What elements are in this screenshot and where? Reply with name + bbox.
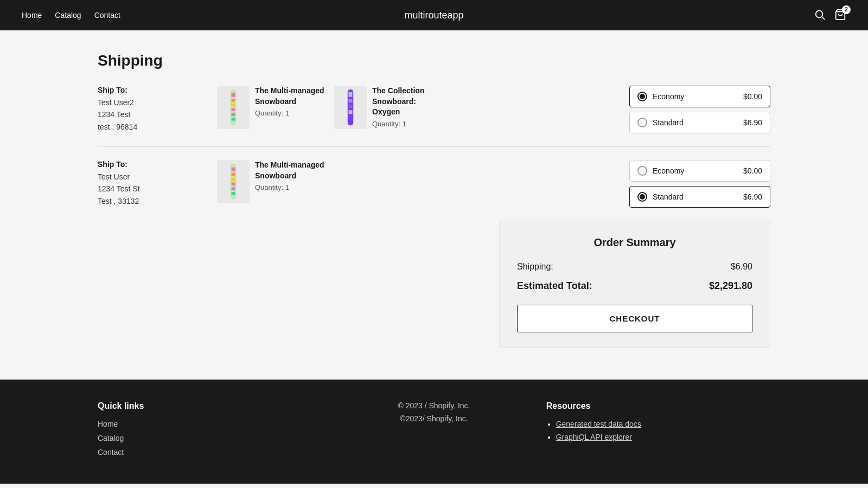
page-title: Shipping [98, 52, 770, 69]
radio-economy-1 [637, 92, 647, 101]
ship-to-address-1: Ship To: Test User2 1234 Test test , 968… [98, 86, 217, 133]
main-nav: Home Catalog Contact [22, 11, 120, 20]
copyright-sub: ©2023/ Shopify, Inc. [322, 414, 546, 423]
nav-contact[interactable]: Contact [94, 11, 120, 20]
order-summary-wrapper: Order Summary Shipping: $6.90 Estimated … [98, 221, 770, 348]
total-value: $2,291.80 [709, 280, 752, 292]
option-price-standard-1: $6.90 [743, 118, 762, 127]
svg-rect-13 [349, 105, 353, 108]
product-qty-1a: Quantity: 1 [255, 109, 326, 117]
resource-item-1: Generated test data docs [556, 420, 770, 428]
copyright-main: © 2023 / Shopify, Inc. [322, 401, 546, 410]
product-qty-2a: Quantity: 1 [255, 183, 326, 191]
order-summary: Order Summary Shipping: $6.90 Estimated … [499, 221, 770, 348]
shipping-row: Shipping: $6.90 [517, 262, 752, 272]
total-label: Estimated Total: [517, 280, 592, 292]
option-label-standard-1: Standard [653, 118, 684, 127]
product-image-1a [217, 86, 250, 129]
footer-catalog-link[interactable]: Catalog [98, 434, 322, 442]
svg-rect-21 [232, 188, 235, 190]
product-name-1b: The Collection Snowboard: Oxygen [372, 86, 443, 118]
footer-quick-links: Quick links Home Catalog Contact [98, 401, 322, 462]
shipping-options-2: Economy $0.00 Standard $6.90 [629, 160, 770, 208]
product-item-1b: The Collection Snowboard: Oxygen Quantit… [334, 86, 443, 129]
option-price-economy-1: $0.00 [743, 92, 762, 101]
option-label-standard-2: Standard [653, 192, 684, 201]
main-content: Shipping Ship To: Test User2 1234 Test t… [0, 30, 868, 380]
resources-title: Resources [546, 401, 770, 411]
site-footer: Quick links Home Catalog Contact © 2023 … [0, 380, 868, 484]
product-details-2a: The Multi-managed Snowboard Quantity: 1 [255, 160, 326, 191]
site-header: Home Catalog Contact multirouteapp 2 [0, 0, 868, 30]
shipping-option-economy-2[interactable]: Economy $0.00 [629, 160, 770, 182]
nav-home[interactable]: Home [22, 11, 42, 20]
shipping-value: $6.90 [731, 262, 752, 272]
shipping-group-2: Ship To: Test User 1234 Test St Test , 3… [98, 160, 770, 208]
resource-link-1[interactable]: Generated test data docs [556, 420, 641, 428]
ship-to-address-2: Ship To: Test User 1234 Test St Test , 3… [98, 160, 217, 207]
shipping-option-standard-2[interactable]: Standard $6.90 [629, 186, 770, 208]
product-details-1b: The Collection Snowboard: Oxygen Quantit… [372, 86, 443, 128]
shipping-divider [98, 146, 770, 147]
svg-rect-17 [232, 168, 235, 171]
svg-rect-14 [349, 110, 353, 114]
resource-item-2: GraphiQL API explorer [556, 433, 770, 441]
product-item-1a: The Multi-managed Snowboard Quantity: 1 [217, 86, 326, 129]
svg-rect-7 [232, 108, 235, 111]
footer-copyright: © 2023 / Shopify, Inc. ©2023/ Shopify, I… [322, 401, 546, 462]
footer-home-link[interactable]: Home [98, 420, 322, 428]
ship-to-name-2: Test User [98, 171, 217, 183]
ship-to-address1-2: 1234 Test St [98, 183, 217, 195]
svg-rect-19 [232, 178, 235, 181]
product-image-2a [217, 160, 250, 203]
svg-rect-8 [232, 113, 235, 116]
ship-to-name-1: Test User2 [98, 97, 217, 108]
resource-link-2[interactable]: GraphiQL API explorer [556, 433, 632, 441]
header-icons: 2 [814, 9, 846, 22]
ship-to-label-1: Ship To: [98, 86, 217, 94]
option-price-economy-2: $0.00 [743, 166, 762, 175]
footer-resources: Resources Generated test data docs Graph… [546, 401, 770, 462]
ship-to-address1-1: 1234 Test [98, 108, 217, 120]
product-name-1a: The Multi-managed Snowboard [255, 86, 326, 107]
cart-badge: 2 [842, 5, 851, 14]
svg-rect-11 [349, 92, 353, 97]
svg-rect-4 [232, 93, 235, 97]
svg-rect-20 [232, 183, 235, 185]
option-label-economy-2: Economy [653, 166, 684, 175]
option-label-economy-1: Economy [653, 92, 684, 101]
order-summary-title: Order Summary [517, 236, 752, 249]
cart-icon[interactable]: 2 [834, 9, 846, 22]
product-qty-1b: Quantity: 1 [372, 120, 443, 128]
radio-economy-2 [637, 166, 647, 176]
product-item-2a: The Multi-managed Snowboard Quantity: 1 [217, 160, 326, 203]
radio-standard-2 [637, 192, 647, 202]
svg-rect-18 [232, 173, 235, 176]
search-icon[interactable] [814, 9, 826, 22]
svg-rect-12 [349, 99, 353, 102]
ship-to-address2-1: test , 96814 [98, 121, 217, 133]
option-price-standard-2: $6.90 [743, 192, 762, 201]
shipping-option-economy-1[interactable]: Economy $0.00 [629, 86, 770, 107]
shipping-label: Shipping: [517, 262, 553, 272]
shipping-option-standard-1[interactable]: Standard $6.90 [629, 112, 770, 133]
svg-rect-5 [232, 99, 235, 101]
svg-line-1 [822, 17, 825, 20]
svg-rect-6 [232, 104, 235, 106]
svg-point-0 [816, 10, 823, 17]
products-area-2: The Multi-managed Snowboard Quantity: 1 [217, 160, 621, 203]
svg-rect-9 [232, 118, 235, 120]
resources-list: Generated test data docs GraphiQL API ex… [546, 420, 770, 441]
product-image-1b [334, 86, 367, 129]
ship-to-label-2: Ship To: [98, 160, 217, 169]
footer-contact-link[interactable]: Contact [98, 448, 322, 457]
svg-rect-22 [232, 192, 235, 195]
checkout-button[interactable]: CHECKOUT [517, 305, 752, 332]
shipping-group-1: Ship To: Test User2 1234 Test test , 968… [98, 86, 770, 133]
products-area-1: The Multi-managed Snowboard Quantity: 1 [217, 86, 621, 129]
total-row: Estimated Total: $2,291.80 [517, 280, 752, 292]
footer-nav: Home Catalog Contact [98, 420, 322, 457]
svg-rect-15 [349, 116, 353, 120]
nav-catalog[interactable]: Catalog [55, 11, 81, 20]
site-logo: multirouteapp [404, 10, 463, 21]
